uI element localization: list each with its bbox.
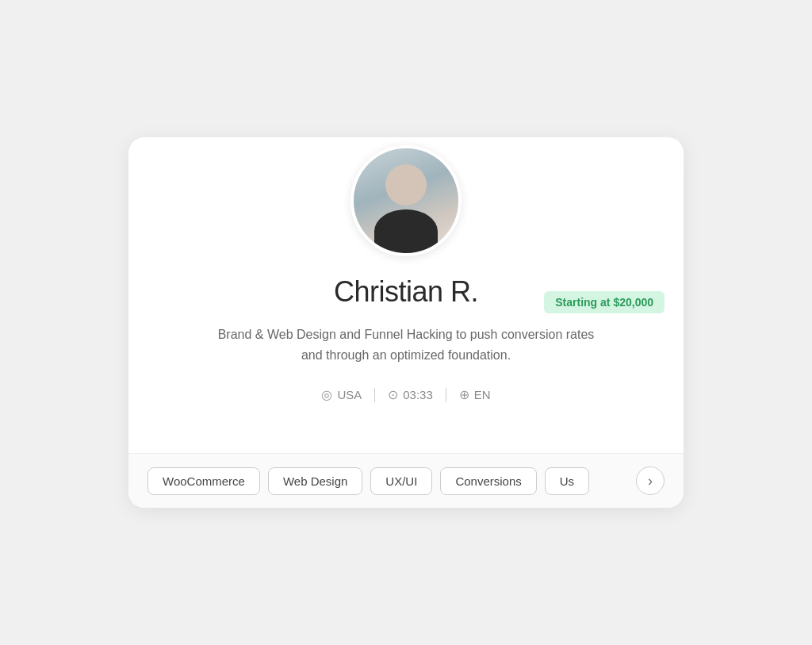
meta-time: ⊙ 03:33 xyxy=(388,387,433,402)
avatar-wrapper xyxy=(128,145,684,256)
meta-separator-1 xyxy=(374,388,375,402)
meta-row: ◎ USA ⊙ 03:33 ⊕ EN xyxy=(167,387,645,428)
tags-more-button[interactable]: › xyxy=(636,466,665,495)
language-label: EN xyxy=(474,388,491,401)
tag-webdesign[interactable]: Web Design xyxy=(268,467,362,495)
meta-language: ⊕ EN xyxy=(459,387,491,402)
language-icon: ⊕ xyxy=(459,387,469,402)
clock-icon: ⊙ xyxy=(388,387,398,402)
avatar xyxy=(350,145,462,256)
tag-us[interactable]: Us xyxy=(545,467,589,495)
price-badge: Starting at $20,000 xyxy=(544,291,665,313)
location-label: USA xyxy=(337,388,362,401)
tags-row: WooCommerceWeb DesignUX/UIConversionsUs› xyxy=(128,453,684,508)
meta-location: ◎ USA xyxy=(321,387,362,402)
profile-card: Starting at $20,000 Christian R. Brand &… xyxy=(128,137,684,508)
avatar-image xyxy=(354,148,458,253)
meta-separator-2 xyxy=(446,388,446,402)
location-icon: ◎ xyxy=(321,387,332,402)
time-label: 03:33 xyxy=(403,388,433,401)
card-body: Starting at $20,000 Christian R. Brand &… xyxy=(128,275,684,453)
tag-woocommerce[interactable]: WooCommerce xyxy=(147,467,260,495)
tag-uxui[interactable]: UX/UI xyxy=(370,467,432,495)
person-bio: Brand & Web Design and Funnel Hacking to… xyxy=(216,324,596,365)
tag-conversions[interactable]: Conversions xyxy=(440,467,536,495)
